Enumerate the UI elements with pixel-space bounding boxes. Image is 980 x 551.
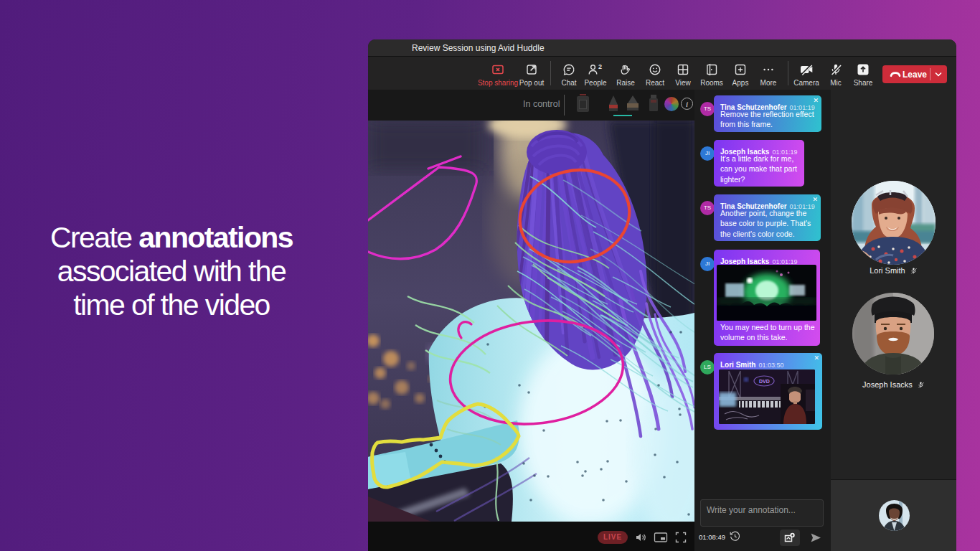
svg-text:DVD: DVD	[759, 379, 770, 384]
